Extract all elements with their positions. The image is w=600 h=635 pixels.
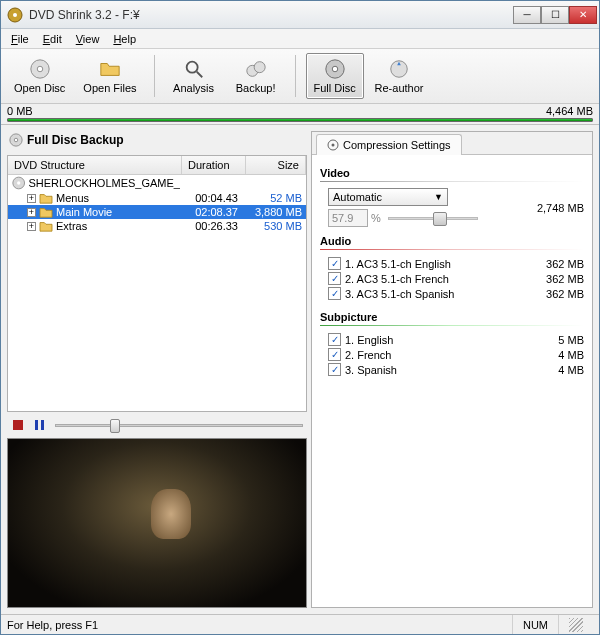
- maximize-button[interactable]: ☐: [541, 6, 569, 24]
- reauthor-button[interactable]: Re-author: [368, 53, 431, 99]
- window-title: DVD Shrink 3.2 - F:¥: [29, 8, 513, 22]
- checkbox[interactable]: ✓: [328, 287, 341, 300]
- expander-icon[interactable]: +: [27, 194, 36, 203]
- tree-row[interactable]: + Extras00:26.33530 MB: [8, 219, 306, 233]
- stop-button[interactable]: [11, 418, 25, 432]
- gear-icon: [327, 139, 339, 151]
- folder-icon: [39, 206, 53, 218]
- expander-icon[interactable]: +: [27, 222, 36, 231]
- backup-button[interactable]: Backup!: [227, 53, 285, 99]
- tree-row[interactable]: + Menus00:04.4352 MB: [8, 191, 306, 205]
- svg-point-7: [254, 62, 265, 73]
- menu-help[interactable]: Help: [107, 31, 142, 47]
- close-button[interactable]: ✕: [569, 6, 597, 24]
- svg-point-3: [37, 66, 43, 72]
- tabs: Compression Settings: [312, 132, 592, 155]
- svg-point-4: [186, 62, 197, 73]
- dvd-structure-tree[interactable]: DVD Structure Duration Size SHERLOCKHOLM…: [7, 155, 307, 412]
- video-section-title: Video: [320, 167, 584, 179]
- folder-icon: [39, 192, 53, 204]
- left-heading: Full Disc Backup: [7, 131, 307, 151]
- preview-slider[interactable]: [55, 418, 303, 432]
- audio-section-title: Audio: [320, 235, 584, 247]
- check-row[interactable]: ✓3. Spanish4 MB: [328, 362, 584, 377]
- titlebar: DVD Shrink 3.2 - F:¥ ─ ☐ ✕: [1, 1, 599, 29]
- col-size[interactable]: Size: [246, 156, 306, 174]
- ratio-slider[interactable]: [388, 209, 478, 227]
- preview-controls: [7, 416, 307, 434]
- open-files-button[interactable]: Open Files: [76, 53, 143, 99]
- resize-grip[interactable]: [569, 618, 583, 632]
- disc-icon: [9, 133, 23, 147]
- analysis-button[interactable]: Analysis: [165, 53, 223, 99]
- menubar: File Edit View Help: [1, 29, 599, 49]
- preview-pane: [7, 438, 307, 608]
- backup-icon: [245, 58, 267, 80]
- tree-row[interactable]: + Main Movie02:08.373,880 MB: [8, 205, 306, 219]
- magnifier-icon: [183, 58, 205, 80]
- menu-file[interactable]: File: [5, 31, 35, 47]
- reauthor-icon: [388, 58, 410, 80]
- svg-line-5: [196, 72, 202, 78]
- full-disc-button[interactable]: Full Disc: [306, 53, 364, 99]
- tree-header: DVD Structure Duration Size: [8, 156, 306, 175]
- svg-rect-15: [13, 420, 23, 430]
- svg-rect-16: [35, 420, 38, 430]
- pause-button[interactable]: [33, 418, 47, 432]
- svg-point-14: [17, 181, 20, 184]
- size-right-label: 4,464 MB: [546, 105, 593, 117]
- svg-rect-17: [41, 420, 44, 430]
- compression-mode-dropdown[interactable]: Automatic ▼: [328, 188, 448, 206]
- svg-point-1: [13, 13, 17, 17]
- checkbox[interactable]: ✓: [328, 363, 341, 376]
- folder-open-icon: [99, 58, 121, 80]
- menu-edit[interactable]: Edit: [37, 31, 68, 47]
- tree-root[interactable]: SHERLOCKHOLMES_GAME_: [8, 175, 306, 191]
- checkbox[interactable]: ✓: [328, 272, 341, 285]
- size-bar-fill: [7, 118, 593, 122]
- tab-content: Video Automatic ▼ % 2,748: [312, 155, 592, 607]
- app-icon: [7, 7, 23, 23]
- app-window: DVD Shrink 3.2 - F:¥ ─ ☐ ✕ File Edit Vie…: [0, 0, 600, 635]
- chevron-down-icon: ▼: [434, 192, 443, 202]
- menu-view[interactable]: View: [70, 31, 106, 47]
- content-area: Full Disc Backup DVD Structure Duration …: [1, 124, 599, 614]
- toolbar: Open Disc Open Files Analysis Backup! Fu…: [1, 49, 599, 104]
- check-row[interactable]: ✓2. AC3 5.1-ch French362 MB: [328, 271, 584, 286]
- check-row[interactable]: ✓1. AC3 5.1-ch English362 MB: [328, 256, 584, 271]
- status-help: For Help, press F1: [7, 619, 98, 631]
- svg-point-9: [332, 66, 338, 72]
- tab-compression-settings[interactable]: Compression Settings: [316, 134, 462, 155]
- open-disc-button[interactable]: Open Disc: [7, 53, 72, 99]
- svg-point-12: [14, 138, 18, 142]
- toolbar-separator: [295, 55, 296, 97]
- check-row[interactable]: ✓2. French4 MB: [328, 347, 584, 362]
- checkbox[interactable]: ✓: [328, 333, 341, 346]
- checkbox[interactable]: ✓: [328, 257, 341, 270]
- folder-icon: [39, 220, 53, 232]
- toolbar-separator: [154, 55, 155, 97]
- checkbox[interactable]: ✓: [328, 348, 341, 361]
- col-structure[interactable]: DVD Structure: [8, 156, 182, 174]
- expander-icon[interactable]: +: [27, 208, 36, 217]
- status-num: NUM: [512, 615, 558, 634]
- full-disc-icon: [324, 58, 346, 80]
- subpicture-section-title: Subpicture: [320, 311, 584, 323]
- ratio-input: [328, 209, 368, 227]
- percent-label: %: [371, 212, 381, 224]
- check-row[interactable]: ✓3. AC3 5.1-ch Spanish362 MB: [328, 286, 584, 301]
- col-duration[interactable]: Duration: [182, 156, 246, 174]
- size-left-label: 0 MB: [7, 105, 33, 117]
- left-pane: Full Disc Backup DVD Structure Duration …: [7, 131, 307, 608]
- video-size-label: 2,748 MB: [537, 202, 584, 214]
- minimize-button[interactable]: ─: [513, 6, 541, 24]
- check-row[interactable]: ✓1. English5 MB: [328, 332, 584, 347]
- svg-point-19: [332, 144, 335, 147]
- disc-icon: [29, 58, 51, 80]
- statusbar: For Help, press F1 NUM: [1, 614, 599, 634]
- size-bar: 0 MB 4,464 MB: [1, 104, 599, 124]
- right-pane: Compression Settings Video Automatic ▼ %: [311, 131, 593, 608]
